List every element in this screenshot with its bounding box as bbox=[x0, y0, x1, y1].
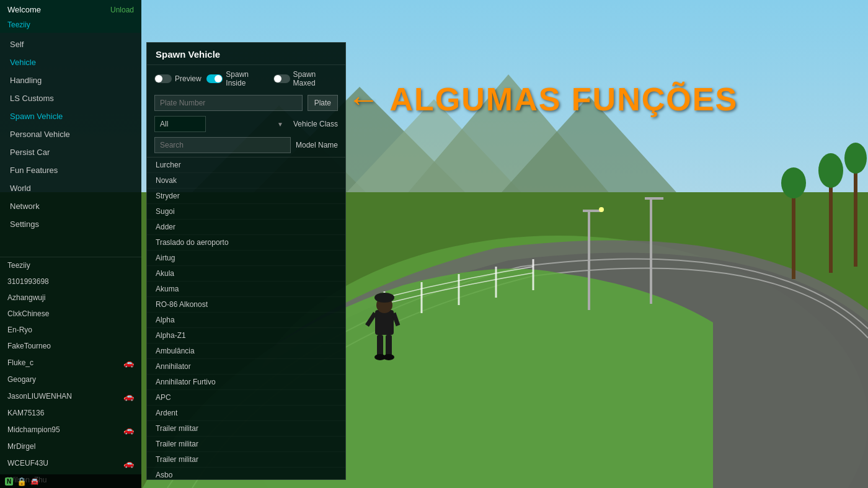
spawn-maxed-toggle[interactable]: Spawn Maxed bbox=[273, 70, 338, 87]
player-name: En-Ryo bbox=[7, 326, 32, 334]
player-name: Geogary bbox=[7, 375, 36, 384]
username-text: Teeziiy bbox=[0, 19, 141, 33]
player-fluke-c[interactable]: Fluke_c 🚗 bbox=[0, 354, 141, 371]
menu-item-spawn-vehicle[interactable]: Spawn Vehicle bbox=[0, 107, 141, 125]
player-faketourneo[interactable]: FakeTourneo bbox=[0, 338, 141, 354]
plate-row: Plate bbox=[147, 92, 345, 113]
menu-item-ls-customs[interactable]: LS Customs bbox=[0, 89, 141, 107]
vehicle-item-annihilator-furtivo[interactable]: Annihilator Furtivo bbox=[147, 375, 345, 390]
svg-point-22 bbox=[818, 153, 843, 188]
player-name: WCEUF43U bbox=[7, 459, 48, 468]
vehicle-item-asbo[interactable]: Asbo bbox=[147, 468, 345, 479]
vehicle-icon: 🚗 bbox=[123, 391, 134, 401]
preview-toggle-dot bbox=[155, 75, 162, 82]
vehicle-item-airtug[interactable]: Airtug bbox=[147, 251, 345, 266]
player-geogary[interactable]: Geogary bbox=[0, 371, 141, 388]
menu-item-handling[interactable]: Handling bbox=[0, 71, 141, 89]
svg-rect-30 bbox=[377, 335, 383, 357]
players-section: Teeziiy 3101993698 Azhangwuji ClxkChines… bbox=[0, 257, 141, 488]
menu-item-self[interactable]: Self bbox=[0, 35, 141, 53]
sidebar-header: Welcome Unload bbox=[0, 0, 141, 19]
player-kam75136[interactable]: KAM75136 bbox=[0, 405, 141, 421]
player-wceuf43u[interactable]: WCEUF43U 🚗 bbox=[0, 455, 141, 472]
player-jasonliuwenhan[interactable]: JasonLIUWENHAN 🚗 bbox=[0, 388, 141, 405]
player-3101993698[interactable]: 3101993698 bbox=[0, 273, 141, 290]
vehicle-icon: 🚗 bbox=[123, 425, 134, 435]
svg-point-26 bbox=[376, 297, 392, 313]
spawn-maxed-toggle-dot bbox=[274, 75, 281, 82]
player-mrdirgel[interactable]: MrDirgel bbox=[0, 438, 141, 455]
menu-item-world[interactable]: World bbox=[0, 179, 141, 197]
menu-item-personal-vehicle[interactable]: Personal Vehicle bbox=[0, 125, 141, 143]
unload-button[interactable]: Unload bbox=[110, 6, 134, 14]
preview-toggle-circle bbox=[154, 74, 172, 83]
player-name: Azhangwuji bbox=[7, 293, 45, 302]
menu-item-fun-features[interactable]: Fun Features bbox=[0, 161, 141, 179]
spawn-inside-toggle-dot bbox=[215, 75, 222, 82]
player-name: ClxkChinese bbox=[7, 309, 49, 318]
vehicle-status-icon: 🚘 bbox=[30, 477, 39, 486]
search-input[interactable] bbox=[154, 137, 291, 153]
vehicle-item-akuma[interactable]: Akuma bbox=[147, 282, 345, 297]
player-clxkchinese[interactable]: ClxkChinese bbox=[0, 306, 141, 322]
vehicle-item-adder[interactable]: Adder bbox=[147, 220, 345, 235]
vehicle-class-select[interactable]: All Sports SUV Motorcycles Boats Helicop… bbox=[154, 116, 206, 132]
vehicle-item-annihilator[interactable]: Annihilator bbox=[147, 359, 345, 375]
menu-item-vehicle[interactable]: Vehicle bbox=[0, 53, 141, 71]
vehicle-icon: 🚗 bbox=[123, 358, 134, 368]
spawn-maxed-toggle-circle bbox=[273, 74, 290, 83]
vehicle-item-ardent[interactable]: Ardent bbox=[147, 406, 345, 421]
player-midchampion95[interactable]: Midchampion95 🚗 bbox=[0, 421, 141, 438]
vehicle-item-novak[interactable]: Novak bbox=[147, 173, 345, 189]
vehicle-item-trailer-militar-1[interactable]: Trailer militar bbox=[147, 421, 345, 437]
spawn-vehicle-panel: Spawn Vehicle Preview Spawn Inside Spawn… bbox=[146, 42, 346, 480]
vehicle-item-alkonost[interactable]: RO-86 Alkonost bbox=[147, 297, 345, 313]
player-en-ryo[interactable]: En-Ryo bbox=[0, 322, 141, 338]
svg-point-20 bbox=[781, 167, 806, 198]
vehicle-item-trailer-militar-2[interactable]: Trailer militar bbox=[147, 437, 345, 452]
overlay-text: ← ALGUMAS FUNÇÕES bbox=[347, 81, 738, 118]
svg-rect-25 bbox=[375, 310, 394, 335]
spawn-maxed-label: Spawn Maxed bbox=[293, 70, 338, 87]
vehicle-item-apc[interactable]: APC bbox=[147, 390, 345, 406]
lock-icon: 🔒 bbox=[17, 477, 27, 486]
svg-point-24 bbox=[844, 143, 867, 174]
menu-item-settings[interactable]: Settings bbox=[0, 215, 141, 233]
search-row: Model Name bbox=[147, 135, 345, 157]
vehicle-list[interactable]: Lurcher Novak Stryder Sugoi Adder Trasla… bbox=[147, 157, 345, 479]
svg-point-27 bbox=[374, 293, 394, 303]
sidebar-main: Welcome Unload Teeziiy Self Vehicle Hand… bbox=[0, 0, 141, 488]
player-name: MrDirgel bbox=[7, 442, 35, 451]
plate-input[interactable] bbox=[154, 95, 303, 111]
svg-point-33 bbox=[383, 354, 394, 360]
spawn-inside-toggle[interactable]: Spawn Inside bbox=[206, 70, 268, 87]
vehicle-item-trailer-militar-3[interactable]: Trailer militar bbox=[147, 452, 345, 468]
filter-row: All Sports SUV Motorcycles Boats Helicop… bbox=[147, 113, 345, 135]
spawn-options: Preview Spawn Inside Spawn Maxed bbox=[147, 65, 345, 92]
vehicle-icon: 🚗 bbox=[123, 458, 134, 468]
vehicle-item-ambulancia[interactable]: Ambulância bbox=[147, 344, 345, 359]
preview-toggle[interactable]: Preview bbox=[154, 74, 202, 83]
vehicle-item-sugoi[interactable]: Sugoi bbox=[147, 204, 345, 220]
menu-item-network[interactable]: Network bbox=[0, 197, 141, 215]
status-bar: N 🔒 🚘 bbox=[0, 474, 141, 488]
n-badge: N bbox=[5, 477, 13, 486]
player-name: JasonLIUWENHAN bbox=[7, 392, 72, 401]
player-azhangwuji[interactable]: Azhangwuji bbox=[0, 290, 141, 306]
vehicle-item-alpha[interactable]: Alpha bbox=[147, 313, 345, 328]
vehicle-item-traslado[interactable]: Traslado do aeroporto bbox=[147, 235, 345, 251]
spawn-inside-label: Spawn Inside bbox=[226, 70, 268, 87]
vehicle-class-filter-wrapper: All Sports SUV Motorcycles Boats Helicop… bbox=[154, 116, 288, 132]
vehicle-item-alpha-z1[interactable]: Alpha-Z1 bbox=[147, 328, 345, 344]
menu-items: Self Vehicle Handling LS Customs Spawn V… bbox=[0, 33, 141, 257]
plate-button[interactable]: Plate bbox=[308, 95, 338, 111]
player-name: Fluke_c bbox=[7, 358, 33, 367]
vehicle-item-stryder[interactable]: Stryder bbox=[147, 189, 345, 204]
vehicle-item-akula[interactable]: Akula bbox=[147, 266, 345, 282]
player-teeziiy[interactable]: Teeziiy bbox=[0, 257, 141, 273]
vehicle-class-label: Vehicle Class bbox=[293, 120, 338, 128]
vehicle-item-lurcher[interactable]: Lurcher bbox=[147, 157, 345, 173]
menu-item-persist-car[interactable]: Persist Car bbox=[0, 143, 141, 161]
welcome-text: Welcome bbox=[7, 5, 41, 14]
spawn-inside-toggle-circle bbox=[206, 74, 223, 83]
